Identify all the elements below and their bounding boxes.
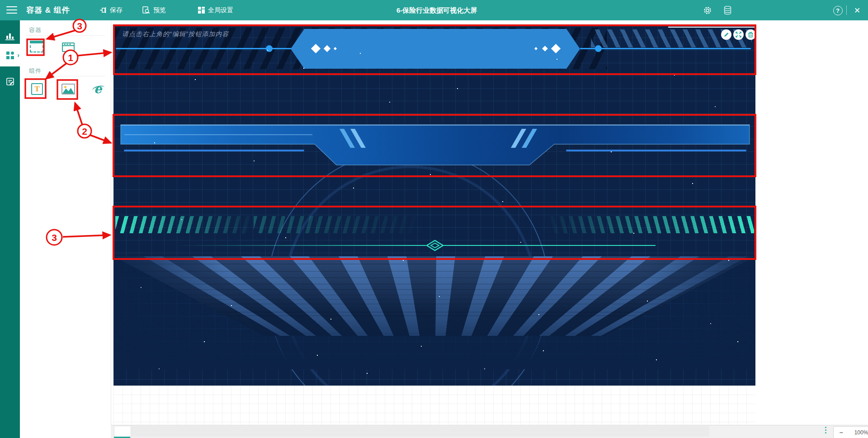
decor-blue-dot-right bbox=[595, 45, 602, 52]
dashed-container-icon bbox=[30, 41, 43, 52]
preview-button[interactable]: 预览 bbox=[142, 0, 166, 20]
workspace-grid bbox=[113, 386, 755, 425]
ie-browser-icon: e bbox=[93, 82, 105, 94]
form-edit-icon bbox=[6, 77, 14, 86]
save-button[interactable]: 保存 bbox=[100, 0, 123, 20]
global-settings-label: 全局设置 bbox=[208, 6, 233, 14]
decor-tech-header-bar bbox=[113, 115, 755, 178]
component-section-label: 组件 bbox=[29, 67, 42, 75]
zoom-out-button[interactable]: − bbox=[834, 429, 849, 436]
decor-teal-line-right bbox=[443, 245, 656, 246]
component-text-item[interactable]: T bbox=[31, 83, 43, 95]
rail-item-widgets[interactable]: › bbox=[0, 44, 20, 66]
component-image-item[interactable] bbox=[61, 84, 75, 94]
decor-blue-line-right bbox=[580, 48, 751, 49]
delete-button[interactable] bbox=[745, 29, 755, 40]
workspace: 请点击右上角的“编辑”按钮添加内容 bbox=[111, 20, 868, 425]
settings-gear-icon[interactable] bbox=[702, 5, 713, 16]
bottombar: − 100% + bbox=[111, 425, 868, 438]
close-icon[interactable]: ✕ bbox=[852, 5, 863, 16]
fullscreen-button[interactable] bbox=[733, 29, 744, 40]
decor-perspective-floor bbox=[113, 256, 755, 369]
decor-teal-diamond bbox=[426, 240, 444, 251]
component-ie-item[interactable]: e bbox=[93, 82, 105, 94]
help-icon[interactable]: ? bbox=[832, 5, 843, 16]
text-component-icon: T bbox=[31, 83, 43, 95]
hamburger-menu-icon[interactable] bbox=[6, 6, 18, 14]
decor-teal-stripes-left bbox=[115, 216, 254, 233]
trash-icon bbox=[748, 32, 754, 38]
edit-button[interactable] bbox=[721, 29, 731, 40]
rail-item-forms[interactable] bbox=[0, 70, 20, 93]
section-divider bbox=[26, 76, 105, 76]
canvas-placeholder-text: 请点击右上角的“编辑”按钮添加内容 bbox=[122, 30, 229, 38]
drag-handle-dots-icon[interactable] bbox=[823, 427, 828, 437]
page-title: 容器 & 组件 bbox=[26, 5, 70, 15]
app-window: 容器 & 组件 保存 预览 全局设置 bbox=[0, 0, 868, 438]
decor-teal-stripes-fade bbox=[254, 216, 434, 233]
container-section-label: 容器 bbox=[29, 26, 42, 34]
container-window-item[interactable] bbox=[62, 42, 75, 52]
widgets-grid-icon bbox=[6, 51, 14, 60]
preview-label: 预览 bbox=[153, 6, 166, 14]
horizontal-scrollbar-thumb[interactable] bbox=[114, 426, 131, 438]
zoom-level: 100% bbox=[849, 429, 868, 436]
zoom-control: − 100% + bbox=[833, 426, 868, 438]
chevron-right-icon[interactable]: › bbox=[17, 51, 19, 59]
pin-icon bbox=[100, 7, 107, 14]
database-glyph bbox=[724, 6, 731, 15]
global-settings-button[interactable]: 全局设置 bbox=[198, 0, 233, 20]
bar-chart-icon bbox=[5, 32, 14, 40]
screen-title: 6-保险行业数据可视化大屏 bbox=[396, 6, 477, 15]
section-divider bbox=[26, 35, 105, 36]
decor-starfield bbox=[113, 25, 114, 26]
window-container-icon bbox=[62, 42, 75, 52]
topbar-divider bbox=[846, 5, 847, 15]
help-glyph: ? bbox=[833, 6, 843, 15]
dashboard-canvas[interactable]: 请点击右上角的“编辑”按钮添加内容 bbox=[113, 25, 755, 386]
gear-glyph bbox=[703, 6, 712, 15]
pencil-icon bbox=[723, 32, 729, 38]
expand-arrows-icon bbox=[736, 32, 741, 38]
layout-grid-icon bbox=[198, 7, 205, 14]
decor-blue-dot-left bbox=[266, 45, 273, 52]
preview-icon bbox=[142, 6, 150, 14]
component-panel: 容器 组件 T e bbox=[20, 20, 111, 438]
horizontal-scrollbar-track[interactable] bbox=[130, 426, 709, 437]
topbar: 容器 & 组件 保存 预览 全局设置 bbox=[0, 0, 868, 20]
container-dashed-item[interactable] bbox=[30, 41, 43, 52]
left-rail: › bbox=[0, 20, 20, 438]
decor-teal-line-left bbox=[177, 245, 426, 246]
save-label: 保存 bbox=[110, 6, 123, 14]
database-icon[interactable] bbox=[722, 5, 733, 16]
decor-white-line bbox=[668, 27, 755, 28]
decor-teal-stripes-right bbox=[545, 216, 754, 233]
image-component-icon bbox=[61, 84, 75, 94]
